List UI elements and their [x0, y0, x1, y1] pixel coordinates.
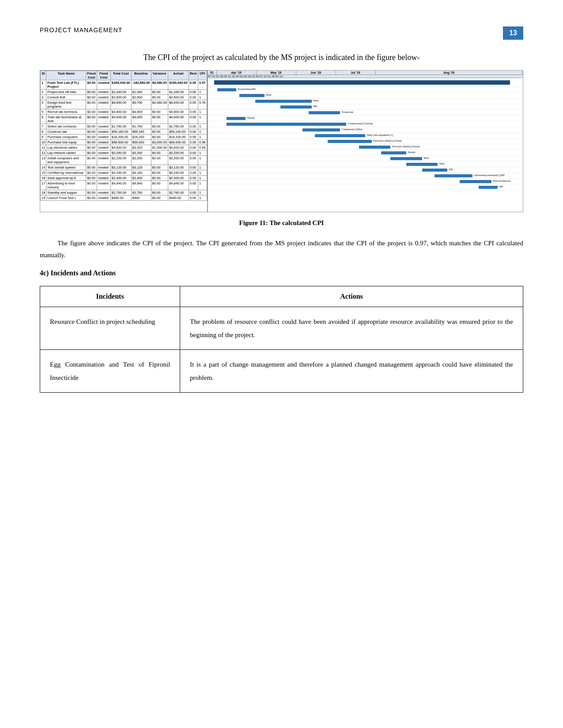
table-row: 0.00: [189, 150, 198, 156]
table-row: 1: [198, 181, 207, 190]
table-row: $18,200: [131, 135, 151, 140]
table-row: $3,000.00: [151, 140, 168, 145]
table-row: $2,760.00: [110, 190, 131, 195]
day-label: 21: [268, 75, 272, 78]
day-label: 28: [220, 75, 224, 78]
col-baseline: Baseline: [131, 71, 151, 80]
day-label: 19: [232, 75, 236, 78]
gantt-bar-label: PM: [449, 168, 453, 171]
gantt-bar-label: Computers[1],Mary: [342, 128, 363, 131]
table-row: 1: [198, 170, 207, 176]
table-row: rorated: [97, 80, 110, 90]
table-row: 0.69: [198, 145, 207, 150]
gantt-bar-label: Construction[1],Noriah: [348, 122, 373, 125]
day-label: 11: [280, 75, 283, 78]
table-row: $0.00: [86, 129, 97, 135]
table-row: Install computers and test equipment: [46, 156, 86, 165]
page-number: 13: [503, 26, 523, 40]
table-row: 6: [41, 115, 46, 124]
table-row: $4,800.00: [168, 109, 189, 115]
table-row: $2,080.00: [151, 100, 168, 109]
table-row: 0.00: [189, 170, 198, 176]
incident-cell: Resource Conflict in project scheduling: [40, 307, 180, 350]
table-row: Lay electrical cables: [46, 145, 86, 150]
gantt-row: Mary,Test equipment [1]: [208, 133, 523, 139]
table-row: rorated: [97, 176, 110, 181]
table-row: 3: [41, 95, 46, 100]
gantt-row: Technician: [208, 110, 523, 116]
table-row: rorated: [97, 90, 110, 95]
gantt-row: Electrical cables[1],Noriah: [208, 139, 523, 144]
table-row: $0.00: [151, 95, 168, 100]
table-row: $4,840: [131, 181, 151, 190]
table-row: 1: [198, 124, 207, 129]
actions-header: Actions: [180, 286, 523, 307]
table-row: Purchase computers: [46, 135, 86, 140]
table-row: rorated: [97, 124, 110, 129]
table-row: rorated: [97, 145, 110, 150]
table-row: Certified by International: [46, 170, 86, 176]
gantt-row: Construction[1],Noriah: [208, 121, 523, 127]
table-row: $2,400.00: [168, 176, 189, 181]
gantt-bar-label: Advertising materials[1],PM: [474, 174, 504, 176]
table-row: 1: [198, 176, 207, 181]
gantt-row: Noriah,Peter,PM: [208, 87, 523, 93]
table-row: $1,440.00: [168, 90, 189, 95]
day-label: 12: [228, 75, 232, 78]
day-label: 14: [264, 75, 268, 78]
gantt-bar: [435, 174, 472, 177]
gantt-bar: [309, 111, 340, 114]
table-row: Food Test Lab (FTL) Project: [46, 80, 86, 90]
intro-heading: The CPI of the project as calculated by …: [40, 53, 523, 62]
day-label: 23: [252, 75, 256, 78]
table-row: rorated: [97, 195, 110, 201]
table-row: 1: [198, 135, 207, 140]
gantt-bar-label: Technician: [342, 111, 353, 113]
month-apr: Apr '19: [217, 71, 257, 75]
table-row: 0.00: [189, 140, 198, 145]
day-label: 30: [256, 75, 260, 78]
table-row: $4,820.00: [110, 145, 131, 150]
table-row: $0.00: [151, 170, 168, 176]
table-row: $0.00: [86, 145, 97, 150]
table-row: 5: [41, 109, 46, 115]
gantt-row: Peter: [208, 93, 523, 98]
table-row: 1: [198, 156, 207, 165]
table-row: 12: [41, 150, 46, 156]
gantt-bar-label: PM: [314, 105, 317, 108]
page-title: PROJECT MANAGEMENT: [40, 26, 122, 34]
table-row: Project kick off mee: [46, 90, 86, 95]
table-row: $0.00: [151, 135, 168, 140]
table-row: $0.00: [86, 95, 97, 100]
table-row: Train lab technicians at AVA: [46, 115, 86, 124]
table-row: $56,160.00: [110, 129, 131, 135]
table-row: rorated: [97, 115, 110, 124]
table-row: $0.00: [86, 165, 97, 170]
table-row: $1,760: [131, 124, 151, 129]
table-row: $0.00: [86, 156, 97, 165]
table-row: $56,160: [131, 129, 151, 135]
table-row: $3,250.00: [168, 150, 189, 156]
month-jul: Jul '19: [336, 71, 376, 75]
table-row: Launch Food Test L: [46, 195, 86, 201]
gantt-row: Advertising materials[1],PM: [208, 173, 523, 179]
gantt-row: PM: [208, 184, 523, 190]
table-row: Standby and suppor: [46, 190, 86, 195]
table-row: $68,800.00: [110, 140, 131, 145]
table-row: $4,840.00: [168, 181, 189, 190]
gantt-bar: [406, 163, 438, 166]
gantt-bar-label: Peter: [314, 99, 319, 102]
table-row: $0.00: [86, 170, 97, 176]
day-label: 04: [276, 75, 280, 78]
table-row: $4,000.00: [110, 115, 131, 124]
table-row: $3,320: [131, 145, 151, 150]
table-row: $4,840.00: [110, 181, 131, 190]
table-row: 1: [198, 115, 207, 124]
gantt-bar: [359, 146, 390, 149]
month-jun: Jun '19: [296, 71, 336, 75]
table-row: rorated: [97, 135, 110, 140]
gantt-row: Noriah: [208, 150, 523, 156]
table-row: $4,820.00: [168, 145, 189, 150]
gantt-bar: [302, 128, 340, 131]
table-row: 0.00: [189, 145, 198, 150]
